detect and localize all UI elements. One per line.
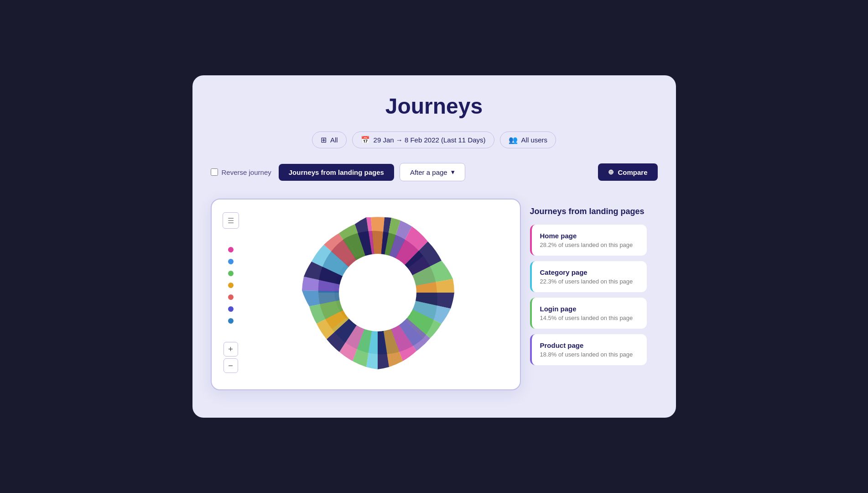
filter-all-button[interactable]: ⊞ All [312,131,347,148]
filter-users-label: All users [521,136,548,144]
product-page-name: Product page [540,341,639,349]
right-panel-title: Journeys from landing pages [530,207,647,216]
content-area: ☰ + − [211,194,658,390]
list-icon: ☰ [228,216,234,225]
reverse-journey-label[interactable]: Reverse journey [211,168,271,176]
tab-after-page[interactable]: After a page ▾ [400,163,465,181]
page-title: Journeys [211,94,658,119]
sunburst-chart[interactable] [246,210,509,375]
filter-all-label: All [330,136,338,144]
legend-dot-teal [228,318,234,324]
filter-bar: ⊞ All 📅 29 Jan → 8 Feb 2022 (Last 11 Day… [211,131,658,148]
reverse-journey-checkbox[interactable] [211,168,218,176]
reverse-journey-text: Reverse journey [222,168,271,176]
product-page-stat: 18.8% of users landed on this page [540,351,639,358]
zoom-in-button[interactable]: + [223,342,238,357]
home-page-name: Home page [540,232,639,240]
compare-label: Compare [618,168,647,176]
legend-dot-yellow [228,283,234,288]
legend-dot-green [228,271,234,276]
chevron-down-icon: ▾ [451,168,455,176]
page-card-product[interactable]: Product page 18.8% of users landed on th… [530,334,647,365]
login-page-stat: 14.5% of users landed on this page [540,315,639,321]
all-icon: ⊞ [321,136,327,144]
chart-controls: ☰ + − [223,210,239,373]
tab-after-label: After a page [410,168,447,176]
page-card-home[interactable]: Home page 28.2% of users landed on this … [530,225,647,256]
category-page-stat: 22.3% of users landed on this page [540,278,639,285]
legend-dots [228,247,234,324]
chart-card: ☰ + − [211,199,521,390]
zoom-controls: + − [223,342,238,373]
legend-dot-red [228,294,234,300]
compare-icon: ⊕ [608,168,614,176]
filter-date-label: 29 Jan → 8 Feb 2022 (Last 11 Days) [374,136,486,144]
legend-dot-purple [228,306,234,312]
date-icon: 📅 [361,136,370,144]
zoom-out-button[interactable]: − [223,358,238,373]
filter-users-button[interactable]: 👥 All users [500,131,556,148]
compare-button[interactable]: ⊕ Compare [598,163,657,181]
legend-dot-blue [228,259,234,264]
right-panel: Journeys from landing pages Home page 28… [507,194,658,390]
tab-landing-pages[interactable]: Journeys from landing pages [279,164,394,181]
legend-dot-pink [228,247,234,252]
toolbar: Reverse journey Journeys from landing pa… [211,163,658,181]
category-page-name: Category page [540,268,639,276]
users-icon: 👥 [509,136,518,144]
filter-date-button[interactable]: 📅 29 Jan → 8 Feb 2022 (Last 11 Days) [352,131,494,148]
page-card-category[interactable]: Category page 22.3% of users landed on t… [530,261,647,292]
list-view-button[interactable]: ☰ [223,212,239,229]
sunburst-svg [296,210,460,375]
home-page-stat: 28.2% of users landed on this page [540,241,639,248]
login-page-name: Login page [540,305,639,313]
page-card-login[interactable]: Login page 14.5% of users landed on this… [530,298,647,329]
svg-point-1 [339,254,416,331]
outer-card: Journeys ⊞ All 📅 29 Jan → 8 Feb 2022 (La… [192,75,676,418]
